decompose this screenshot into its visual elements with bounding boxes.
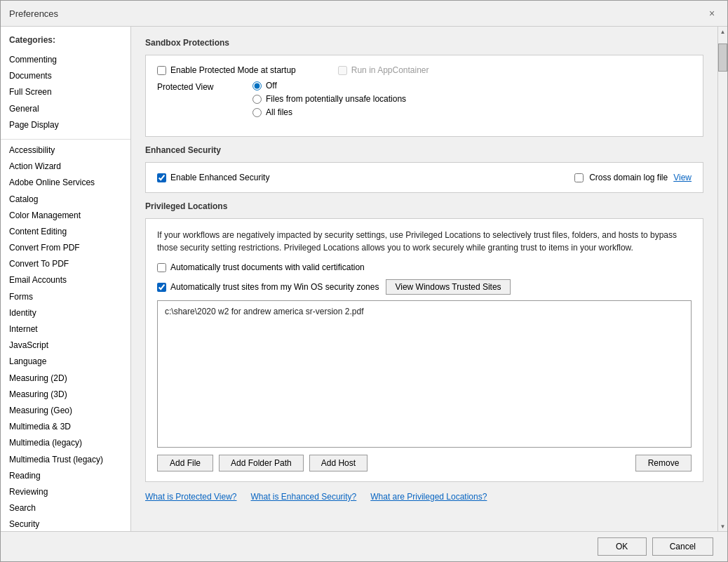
sidebar-item-reading[interactable]: Reading [1,468,130,484]
remove-button[interactable]: Remove [635,455,692,471]
enable-protected-mode-checkbox[interactable] [157,66,166,75]
sidebar-item-actionwizard[interactable]: Action Wizard [1,159,130,175]
bottom-bar: OK Cancel [1,531,727,561]
add-folder-button[interactable]: Add Folder Path [219,455,304,471]
right-scrollbar: ▲ ▼ [717,27,727,531]
protected-view-allfiles-label[interactable]: All files [266,107,292,117]
file-entry: c:\share\2020 w2 for andrew america sr-v… [162,305,687,318]
privileged-description: If your workflows are negatively impacte… [157,229,692,254]
content-area: Sandbox Protections Enable Protected Mod… [131,27,717,531]
sidebar-item-multimediatrust[interactable]: Multimedia Trust (legacy) [1,452,130,468]
sidebar-item-multimedia3d[interactable]: Multimedia & 3D [1,419,130,435]
allfiles-radio-row: All files [252,107,406,117]
sidebar-item-pagedisplay[interactable]: Page Display [1,117,130,133]
scroll-down-arrow[interactable]: ▼ [718,521,727,531]
protected-view-unsafe-radio[interactable] [252,95,262,104]
auto-trust-sites-label[interactable]: Automatically trust sites from my Win OS… [170,282,379,292]
add-file-button[interactable]: Add File [157,455,213,471]
ok-button[interactable]: OK [598,537,647,556]
sidebar-item-commenting[interactable]: Commenting [1,52,130,68]
sidebar-item-accessibility[interactable]: Accessibility [1,142,130,159]
sidebar-item-measuring2d[interactable]: Measuring (2D) [1,370,130,387]
sidebar-item-catalog[interactable]: Catalog [1,192,130,208]
run-appcontainer-checkbox[interactable] [338,66,347,75]
run-appcontainer-label: Run in AppContainer [351,65,429,75]
view-link[interactable]: View [673,173,692,182]
cancel-button[interactable]: Cancel [652,537,713,556]
enhanced-security-right: Cross domain log file View [574,173,692,182]
scrollbar-track[interactable] [718,36,727,521]
scrollbar-thumb[interactable] [718,44,727,72]
sidebar-item-measuringgeo[interactable]: Measuring (Geo) [1,403,130,419]
unsafe-radio-row: Files from potentially unsafe locations [252,94,406,104]
sidebar-item-emailaccounts[interactable]: Email Accounts [1,272,130,288]
sidebar-item-converttopdf[interactable]: Convert To PDF [1,256,130,272]
sidebar-item-javascript[interactable]: JavaScript [1,337,130,354]
window-title: Preferences [9,8,58,19]
sidebar: Categories: Commenting Documents Full Sc… [1,27,131,531]
sidebar-section-2: Accessibility Action Wizard Adobe Online… [1,142,130,531]
enhanced-security-row: Enable Enhanced Security Cross domain lo… [157,173,692,182]
sandbox-panel: Enable Protected Mode at startup Run in … [145,55,703,137]
sidebar-item-convertfrompdf[interactable]: Convert From PDF [1,240,130,256]
enable-protected-mode-row: Enable Protected Mode at startup Run in … [157,65,692,75]
scroll-up-arrow[interactable]: ▲ [718,27,727,36]
action-buttons-left: Add File Add Folder Path Add Host [157,455,368,471]
sidebar-item-documents[interactable]: Documents [1,68,130,84]
sidebar-item-colormanagement[interactable]: Color Management [1,208,130,224]
add-host-button[interactable]: Add Host [309,455,368,471]
protected-view-label: Protected View [157,81,227,92]
protected-view-row: Protected View Off Files from potentiall… [157,81,692,121]
sidebar-item-adobeonline[interactable]: Adobe Online Services [1,175,130,191]
off-radio-row: Off [252,81,406,91]
protected-view-help-link[interactable]: What is Protected View? [145,492,237,502]
sidebar-item-measuring3d[interactable]: Measuring (3D) [1,387,130,403]
sidebar-item-language[interactable]: Language [1,354,130,370]
sidebar-item-contentediting[interactable]: Content Editing [1,224,130,240]
sidebar-item-security[interactable]: Security [1,516,130,531]
privileged-locations-help-link[interactable]: What are Privileged Locations? [370,492,487,502]
auto-trust-sites-row: Automatically trust sites from my Win OS… [157,279,692,295]
cross-domain-label[interactable]: Cross domain log file [589,173,668,182]
auto-trust-label[interactable]: Automatically trust documents with valid… [170,262,365,272]
sidebar-item-search[interactable]: Search [1,500,130,516]
auto-trust-row: Automatically trust documents with valid… [157,262,692,272]
sidebar-item-identity[interactable]: Identity [1,305,130,321]
sidebar-item-multimedialegacy[interactable]: Multimedia (legacy) [1,435,130,451]
sidebar-item-internet[interactable]: Internet [1,321,130,337]
view-trusted-sites-button[interactable]: View Windows Trusted Sites [386,279,510,295]
footer-links: What is Protected View? What is Enhanced… [145,492,703,502]
appcontainer-row: Run in AppContainer [338,65,429,75]
privileged-header: Privileged Locations [145,201,703,211]
cross-domain-checkbox[interactable] [574,173,584,182]
protected-view-off-label[interactable]: Off [266,81,277,91]
titlebar: Preferences × [1,1,727,27]
sandbox-header: Sandbox Protections [145,38,703,48]
action-buttons: Add File Add Folder Path Add Host Remove [157,455,692,471]
sidebar-item-forms[interactable]: Forms [1,289,130,305]
protected-view-unsafe-label[interactable]: Files from potentially unsafe locations [266,94,406,104]
sidebar-item-general[interactable]: General [1,101,130,117]
categories-label: Categories: [1,32,130,49]
sidebar-section-1: Commenting Documents Full Screen General… [1,49,130,140]
enhanced-security-help-link[interactable]: What is Enhanced Security? [251,492,357,502]
enhanced-security-header: Enhanced Security [145,145,703,155]
privileged-panel: If your workflows are negatively impacte… [145,218,703,482]
protected-view-off-radio[interactable] [252,81,262,91]
file-list-area: c:\share\2020 w2 for andrew america sr-v… [157,300,692,448]
enable-enhanced-security-label[interactable]: Enable Enhanced Security [170,173,269,182]
sidebar-item-fullscreen[interactable]: Full Screen [1,84,130,100]
close-button[interactable]: × [705,6,719,20]
enhanced-security-left: Enable Enhanced Security [157,173,269,182]
auto-trust-checkbox[interactable] [157,263,166,272]
enhanced-security-panel: Enable Enhanced Security Cross domain lo… [145,162,703,193]
protected-view-allfiles-radio[interactable] [252,108,262,117]
enable-enhanced-security-checkbox[interactable] [157,173,166,182]
enable-protected-mode-label[interactable]: Enable Protected Mode at startup [170,65,296,75]
protected-view-options: Off Files from potentially unsafe locati… [252,81,406,121]
auto-trust-sites-checkbox[interactable] [157,283,166,292]
sidebar-item-reviewing[interactable]: Reviewing [1,484,130,500]
